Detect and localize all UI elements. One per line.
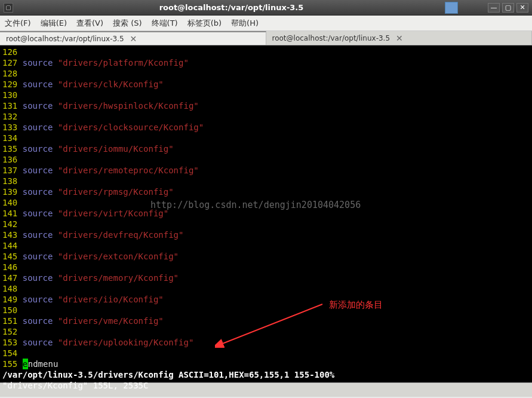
editor-line: 142: [2, 219, 530, 229]
editor-line: 143 source "drivers/devfreq/Kconfig": [2, 229, 530, 240]
menubar: 文件(F) 编辑(E) 查看(V) 搜索 (S) 终端(T) 标签页(b) 帮助…: [0, 16, 532, 31]
menu-help[interactable]: 帮助(H): [231, 18, 259, 29]
minimize-button[interactable]: —: [488, 3, 500, 13]
editor-line: 139 source "drivers/rpmsg/Kconfig": [2, 186, 530, 197]
terminal-viewport[interactable]: 126127 source "drivers/platform/Kconfig"…: [0, 45, 532, 382]
editor-line: 149 source "drivers/iio/Kconfig": [2, 294, 530, 305]
editor-line: 154: [2, 348, 530, 359]
editor-line: 153 source "drivers/uplooking/Kconfig": [2, 337, 530, 348]
menu-terminal[interactable]: 终端(T): [152, 18, 178, 29]
tab-1-close-icon[interactable]: ✕: [130, 34, 137, 44]
tab-2-close-icon[interactable]: ✕: [396, 33, 403, 43]
editor-line: 128: [2, 68, 530, 79]
editor-line: 138: [2, 176, 530, 186]
editor-line: 133 source "drivers/clocksource/Kconfig": [2, 122, 530, 133]
menu-search[interactable]: 搜索 (S): [113, 18, 142, 29]
editor-line: 129 source "drivers/clk/Kconfig": [2, 79, 530, 90]
editor-line: 127 source "drivers/platform/Kconfig": [2, 57, 530, 68]
editor-line: 140: [2, 197, 530, 208]
editor-line: 151 source "drivers/vme/Kconfig": [2, 316, 530, 326]
editor-line: 134: [2, 133, 530, 143]
editor-line: 146: [2, 262, 530, 273]
tab-1[interactable]: root@localhost:/var/opt/linux-3.5 ✕: [0, 31, 266, 45]
maximize-button[interactable]: ▢: [502, 3, 514, 13]
editor-line: 135 source "drivers/iommu/Kconfig": [2, 143, 530, 154]
editor-line: 131 source "drivers/hwspinlock/Kconfig": [2, 100, 530, 111]
editor-line: 148: [2, 283, 530, 294]
menu-file[interactable]: 文件(F): [5, 18, 31, 29]
menu-edit[interactable]: 编辑(E): [41, 18, 67, 29]
editor-line: 150: [2, 305, 530, 316]
window-title: root@localhost:/var/opt/linux-3.5: [18, 3, 445, 12]
menu-view[interactable]: 查看(V): [76, 18, 103, 29]
editor-content: 126127 source "drivers/platform/Kconfig"…: [2, 47, 530, 359]
editor-line: 147 source "drivers/memory/Kconfig": [2, 273, 530, 283]
tray-icon: [445, 2, 458, 14]
vim-info-line: "drivers/Kconfig" 155L, 2535C: [2, 380, 530, 391]
tab-bar: root@localhost:/var/opt/linux-3.5 ✕ root…: [0, 31, 532, 45]
cursor: e: [23, 359, 28, 369]
editor-line: 144: [2, 240, 530, 251]
terminal-icon: ▢: [4, 3, 13, 13]
close-button[interactable]: ✕: [516, 3, 528, 13]
editor-line: 126: [2, 47, 530, 57]
editor-line: 130: [2, 90, 530, 100]
tab-2[interactable]: root@localhost:/var/opt/linux-3.5 ✕: [266, 31, 533, 45]
menu-tabs[interactable]: 标签页(b): [187, 18, 222, 29]
tab-1-label: root@localhost:/var/opt/linux-3.5: [6, 35, 124, 43]
editor-line: 152: [2, 326, 530, 337]
window-titlebar: ▢ root@localhost:/var/opt/linux-3.5 — ▢ …: [0, 0, 532, 16]
editor-line: 136: [2, 154, 530, 165]
editor-line: 141 source "drivers/virt/Kconfig": [2, 208, 530, 219]
editor-line: 132: [2, 111, 530, 122]
editor-last-line: 155 endmenu: [2, 359, 530, 369]
editor-line: 145 source "drivers/extcon/Kconfig": [2, 251, 530, 262]
editor-line: 137 source "drivers/remoteproc/Kconfig": [2, 165, 530, 176]
vim-status-line: /var/opt/linux-3.5/drivers/Kconfig ASCII…: [2, 369, 530, 380]
tab-2-label: root@localhost:/var/opt/linux-3.5: [272, 34, 390, 42]
